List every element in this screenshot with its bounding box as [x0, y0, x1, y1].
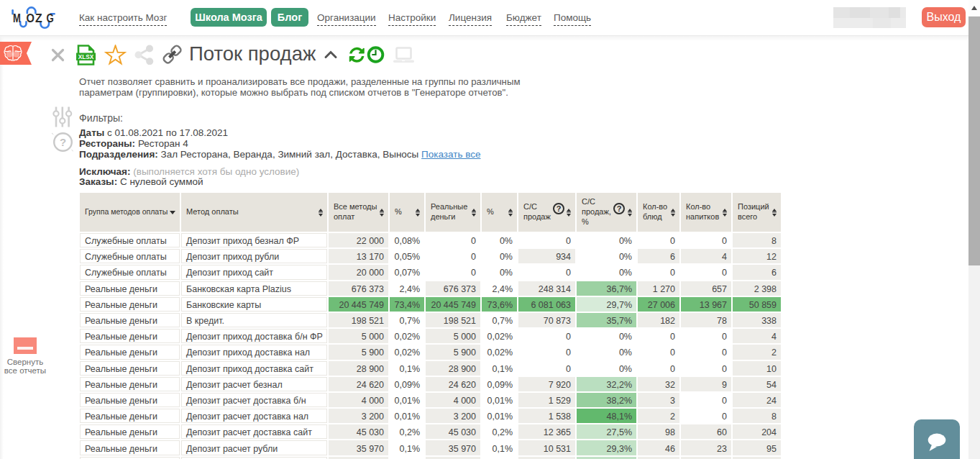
- svg-text:Z: Z: [35, 12, 42, 24]
- svg-text:?: ?: [60, 136, 66, 148]
- svg-text:O: O: [27, 12, 35, 24]
- svg-text:G: G: [47, 12, 54, 24]
- svg-text:XLSX: XLSX: [78, 54, 94, 60]
- svg-text:M: M: [13, 12, 21, 24]
